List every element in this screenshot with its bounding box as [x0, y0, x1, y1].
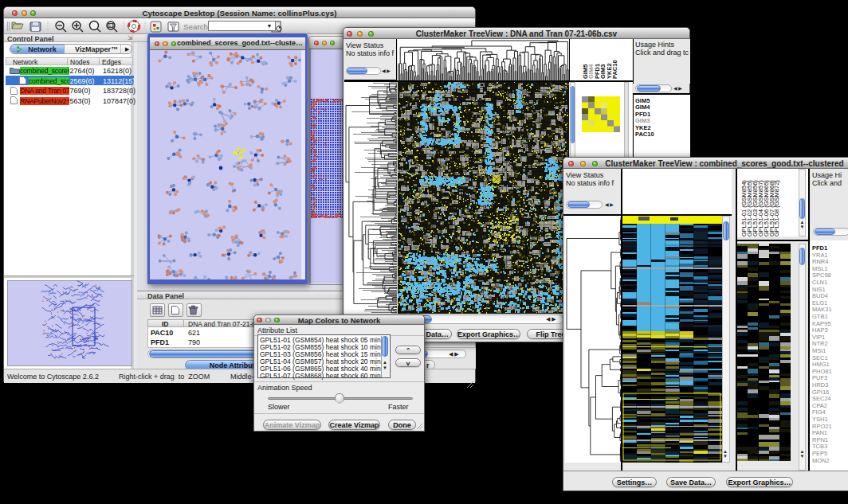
svg-text:1:1: 1:1 [109, 24, 115, 28]
svg-text:Search:: Search: [183, 22, 210, 31]
